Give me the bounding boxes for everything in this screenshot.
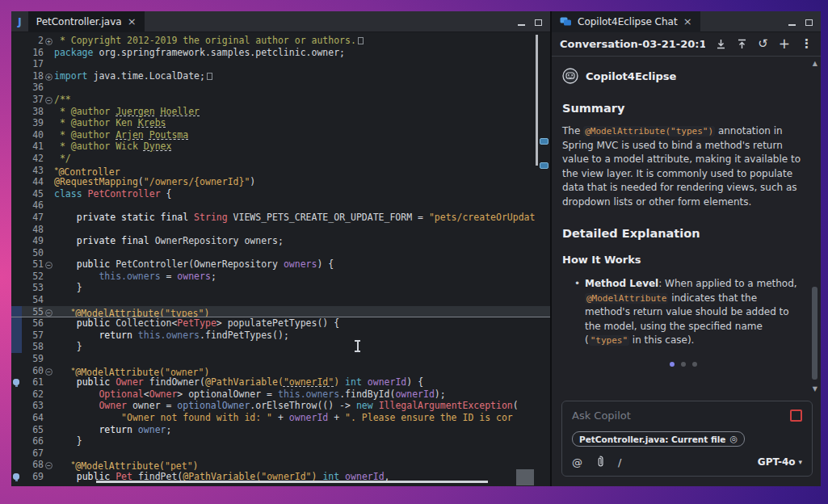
fold-collapse-icon[interactable]: − <box>45 262 53 269</box>
tab-petcontroller-java[interactable]: PetController.java × <box>28 11 145 32</box>
line-number: 44 <box>22 176 44 188</box>
attach-file-icon[interactable] <box>596 456 604 468</box>
code-line[interactable]: 65 return owner; <box>11 424 550 436</box>
fold-column <box>44 141 54 153</box>
line-number: 16 <box>22 47 44 59</box>
code-line[interactable]: 18+import java.time.LocalDate; <box>11 70 550 82</box>
code-line[interactable]: 55− *@ModelAttribute("types") <box>11 306 550 318</box>
fold-column <box>44 212 54 224</box>
code-line[interactable]: 2+ * Copyright 2012-2019 the original au… <box>11 35 550 47</box>
code-line[interactable]: 49 private final OwnerRepository owners; <box>11 235 550 247</box>
history-icon[interactable]: ↺ <box>758 38 768 50</box>
occurrence-marker[interactable] <box>540 138 548 145</box>
horizontal-scrollbar[interactable] <box>96 481 488 483</box>
download-conversation-icon[interactable] <box>716 39 726 49</box>
fold-collapse-icon[interactable]: − <box>45 368 53 376</box>
line-number: 69 <box>22 471 44 483</box>
scroll-down-icon[interactable]: ▼ <box>813 385 817 393</box>
code-text <box>54 82 550 94</box>
gutter-marker <box>11 294 22 306</box>
code-line[interactable]: 66 } <box>11 435 550 447</box>
code-line[interactable]: 46 <box>11 200 550 212</box>
fold-collapse-icon[interactable]: − <box>45 462 53 469</box>
code-line[interactable]: 60− *@ModelAttribute("owner") <box>11 365 550 377</box>
occurrence-marker[interactable] <box>540 162 548 169</box>
code-line[interactable]: 58 } <box>11 341 550 353</box>
minimize-icon[interactable] <box>518 14 525 29</box>
code-line[interactable]: 36 <box>11 82 550 94</box>
code-line[interactable]: 62 Optional<Owner> optionalOwner = this.… <box>11 388 550 401</box>
close-icon[interactable]: × <box>683 16 692 27</box>
close-icon[interactable]: × <box>128 16 137 27</box>
at-mention-icon[interactable]: @ <box>572 457 582 468</box>
chat-input-section: Ask Copilot PetController.java: Current … <box>552 394 821 486</box>
pager-dot[interactable] <box>681 362 686 367</box>
fold-expand-icon[interactable]: + <box>45 38 53 45</box>
quick-fix-bulb-icon[interactable] <box>13 473 19 480</box>
code-line[interactable]: 50 <box>11 247 550 259</box>
code-line[interactable]: 42 */ <box>11 153 550 165</box>
upload-conversation-icon[interactable] <box>737 39 747 49</box>
code-line[interactable]: 44@RequestMapping("/owners/{ownerId}") <box>11 176 550 188</box>
maximize-icon[interactable] <box>805 14 813 29</box>
code-line[interactable]: 39 * @author Ken Krebs <box>11 117 550 129</box>
gutter-marker <box>11 459 22 471</box>
code-text: * Copyright 2012-2019 the original autho… <box>54 35 550 47</box>
code-text: public PetController(OwnerRepository own… <box>54 258 550 271</box>
code-line[interactable]: 43*@Controller <box>11 165 550 177</box>
line-number: 65 <box>22 424 44 436</box>
slash-command-icon[interactable]: / <box>618 457 621 468</box>
code-line[interactable]: 61 public Owner findOwner(@PathVariable(… <box>11 376 550 388</box>
tab-copilot4eclipse-chat[interactable]: Copilot4Eclipse Chat × <box>552 11 700 32</box>
fold-expand-icon[interactable]: + <box>45 74 53 81</box>
code-line[interactable]: 68− *@ModelAttribute("pet") <box>11 459 550 471</box>
maximize-icon[interactable] <box>535 14 542 29</box>
pager-dot[interactable] <box>670 362 675 367</box>
gutter-marker <box>11 35 22 47</box>
code-line[interactable]: 40 * @author Arjen Poutsma <box>11 129 550 141</box>
code-line[interactable]: 54 <box>11 294 550 306</box>
visibility-icon[interactable]: ◎ <box>729 434 738 444</box>
fold-collapse-icon[interactable]: − <box>45 309 53 317</box>
code-line[interactable]: 48 <box>11 224 550 236</box>
overflow-menu-icon[interactable]: ⋮ <box>801 38 813 50</box>
minimize-icon[interactable] <box>788 14 796 29</box>
code-text <box>54 247 550 259</box>
code-line[interactable]: 45class PetController { <box>11 188 550 200</box>
model-selector[interactable]: GPT-4o ▾ <box>758 456 802 468</box>
pager-dot[interactable] <box>692 362 697 367</box>
code-line[interactable]: 47 private static final String VIEWS_PET… <box>11 212 550 224</box>
chat-input-box[interactable]: Ask Copilot PetController.java: Current … <box>561 401 813 477</box>
context-file-chip[interactable]: PetController.java: Current file ◎ <box>572 431 745 447</box>
code-line[interactable]: 51− public PetController(OwnerRepository… <box>11 258 550 271</box>
gutter-marker <box>11 376 22 388</box>
scroll-up-icon[interactable]: ▲ <box>813 60 817 67</box>
code-line[interactable]: 17 <box>11 58 550 70</box>
new-conversation-icon[interactable]: + <box>779 37 790 51</box>
stop-generation-button[interactable] <box>790 410 802 422</box>
quick-fix-bulb-icon[interactable] <box>13 379 19 385</box>
code-line[interactable]: 37−/** <box>11 94 550 106</box>
code-text: this.owners = owners; <box>54 271 550 283</box>
code-line[interactable]: 57 return this.owners.findPetTypes(); <box>11 330 550 342</box>
code-line[interactable]: 67 <box>11 447 550 460</box>
code-line[interactable]: 16package org.springframework.samples.pe… <box>11 47 550 59</box>
fold-column <box>44 271 54 283</box>
code-line[interactable]: 53 } <box>11 282 550 294</box>
code-text: public Owner findOwner(@PathVariable("ow… <box>54 376 550 388</box>
chat-input-placeholder[interactable]: Ask Copilot <box>572 410 631 422</box>
eclipse-window: J PetController.java × 2+ * Copyright 20… <box>11 11 821 486</box>
code-line[interactable]: 64 "Owner not found with id: " + ownerId… <box>11 412 550 424</box>
code-editor[interactable]: 2+ * Copyright 2012-2019 the original au… <box>11 32 550 486</box>
code-line[interactable]: 41 * @author Wick Dynex <box>11 141 550 153</box>
code-line[interactable]: 56 public Collection<PetType> populatePe… <box>11 317 550 330</box>
code-line[interactable]: 59 <box>11 353 550 365</box>
code-line[interactable]: 63 Owner owner = optionalOwner.orElseThr… <box>11 400 550 412</box>
fold-collapse-icon[interactable]: − <box>45 97 53 104</box>
chat-scrollbar[interactable] <box>812 287 817 380</box>
vertical-scrollbar[interactable] <box>536 35 538 166</box>
code-line[interactable]: 38 * @author Juergen Hoeller <box>11 106 550 118</box>
fold-column <box>44 400 54 412</box>
gutter-marker <box>11 153 22 165</box>
code-line[interactable]: 52 this.owners = owners; <box>11 271 550 283</box>
